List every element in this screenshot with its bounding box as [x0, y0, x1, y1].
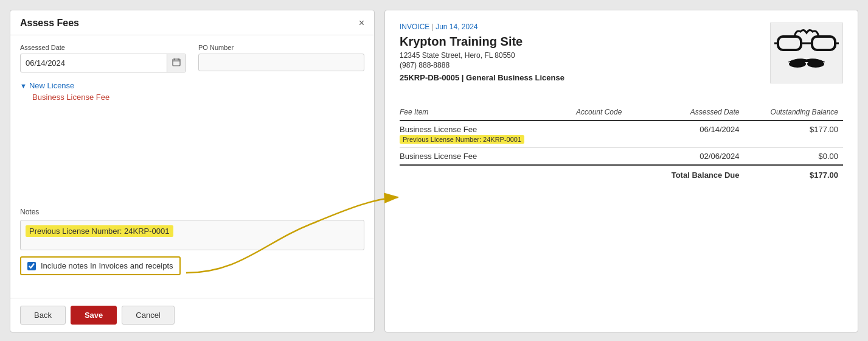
assessed-date-label: Assessed Date [20, 44, 186, 51]
tree-parent-label: New License [29, 81, 74, 90]
invoice-header: INVOICE | Jun 14, 2024 Krypton Training … [400, 23, 843, 83]
fee-item-name: Business License Fee [400, 125, 571, 134]
account-code-cell [576, 148, 645, 166]
close-button[interactable]: × [359, 18, 364, 28]
svg-point-10 [807, 60, 824, 68]
fee-item-cell: Business License Fee [400, 148, 576, 166]
panel-header: Assess Fees × [10, 10, 374, 35]
cancel-button[interactable]: Cancel [122, 306, 174, 325]
notes-box: Previous License Number: 24KRP-0001 [20, 220, 364, 250]
invoice-label: INVOICE [400, 23, 429, 31]
total-label: Total Balance Due [645, 165, 744, 183]
invoice-logo [770, 23, 843, 83]
total-row: Total Balance Due $177.00 [400, 165, 843, 183]
invoice-phone: (987) 888-8888 [400, 61, 770, 69]
account-code-cell [576, 121, 645, 148]
assess-fees-panel: Assess Fees × Assessed Date [10, 10, 375, 332]
save-button[interactable]: Save [71, 306, 117, 325]
total-empty-cell [400, 165, 645, 183]
assessed-date-group: Assessed Date [20, 44, 186, 72]
panel-title: Assess Fees [20, 18, 79, 29]
calendar-icon-button[interactable] [167, 54, 186, 72]
invoice-table: Fee Item Account Code Assessed Date Outs… [400, 105, 843, 183]
notes-label: Notes [20, 208, 364, 216]
back-button[interactable]: Back [20, 306, 66, 325]
total-amount: $177.00 [744, 165, 843, 183]
col-account-code: Account Code [576, 105, 645, 121]
table-header-row: Fee Item Account Code Assessed Date Outs… [400, 105, 843, 121]
svg-rect-0 [173, 59, 180, 66]
invoice-top-line: INVOICE | Jun 14, 2024 [400, 23, 770, 31]
include-notes-checkbox[interactable] [27, 262, 36, 270]
col-assessed-date: Assessed Date [645, 105, 744, 121]
table-row: Business License Fee 02/06/2024 $0.00 [400, 148, 843, 166]
invoice-license-id: 25KRP-DB-0005 | General Business License [400, 73, 770, 82]
col-fee-item: Fee Item [400, 105, 576, 121]
col-outstanding-balance: Outstanding Balance [744, 105, 843, 121]
panel-footer: Back Save Cancel [10, 298, 374, 332]
svg-rect-5 [812, 37, 835, 50]
tree-arrow-icon: ▼ [20, 82, 27, 90]
logo-image [773, 26, 840, 80]
outstanding-balance-cell: $0.00 [744, 148, 843, 166]
notes-section: Notes Previous License Number: 24KRP-000… [20, 208, 364, 275]
assessed-date-cell: 06/14/2024 [645, 121, 744, 148]
outstanding-balance-cell: $177.00 [744, 121, 843, 148]
fee-note-highlight: Previous License Number: 24KRP-0001 [400, 135, 524, 144]
invoice-date: Jun 14, 2024 [436, 23, 477, 31]
svg-rect-4 [778, 37, 801, 50]
fee-item-name: Business License Fee [400, 152, 571, 161]
invoice-panel: INVOICE | Jun 14, 2024 Krypton Training … [384, 10, 858, 332]
invoice-company-name: Krypton Training Site [400, 35, 770, 49]
table-row: Business License Fee Previous License Nu… [400, 121, 843, 148]
fee-item-cell: Business License Fee Previous License Nu… [400, 121, 576, 148]
include-notes-label[interactable]: Include notes In Invoices and receipts [41, 261, 173, 270]
form-row-dates: Assessed Date [20, 44, 364, 72]
include-notes-checkbox-row: Include notes In Invoices and receipts [20, 256, 181, 275]
notes-highlight-text: Previous License Number: 24KRP-0001 [26, 225, 173, 237]
panel-body: Assessed Date [10, 35, 374, 298]
tree-child-item[interactable]: Business License Fee [32, 93, 364, 102]
date-input-wrapper [20, 54, 186, 72]
calendar-icon [172, 58, 181, 66]
po-number-group: PO Number [198, 44, 364, 72]
invoice-address: 12345 State Street, Hero, FL 80550 [400, 51, 770, 60]
assessed-date-cell: 02/06/2024 [645, 148, 744, 166]
tree-parent-item[interactable]: ▼ New License [20, 81, 364, 90]
assessed-date-input[interactable] [21, 55, 167, 71]
fee-tree: ▼ New License Business License Fee [20, 81, 364, 102]
svg-point-9 [789, 60, 806, 68]
po-number-label: PO Number [198, 44, 364, 51]
invoice-meta: INVOICE | Jun 14, 2024 Krypton Training … [400, 23, 770, 82]
po-number-input[interactable] [198, 54, 364, 71]
